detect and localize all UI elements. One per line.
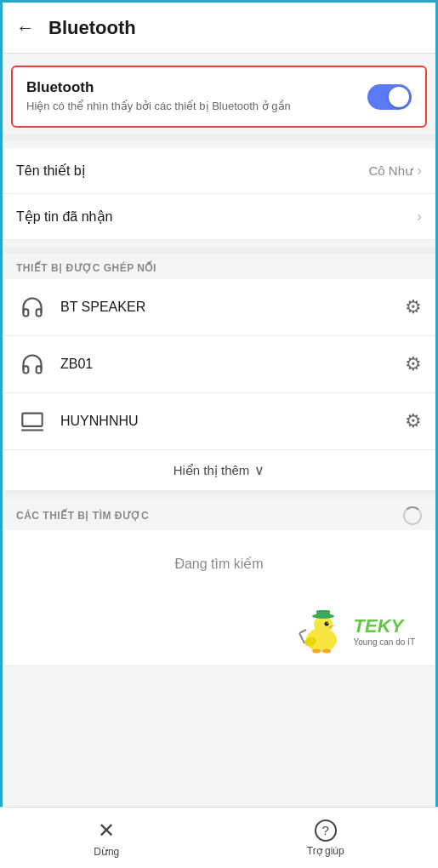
bluetooth-toggle-section: Bluetooth Hiện có thể nhìn thấy bởi các … [11,66,427,128]
svg-point-5 [324,622,328,626]
help-icon: ? [315,819,337,842]
bluetooth-toggle-description: Hiện có thể nhìn thấy bởi các thiết bị B… [26,99,291,114]
headphone-icon [16,291,48,323]
help-button[interactable]: ? Trợ giúp [307,819,344,857]
bluetooth-toggle-switch[interactable] [367,84,412,110]
chevron-right-icon: › [417,162,422,180]
settings-icon-bt-speaker[interactable]: ⚙ [405,296,422,318]
teky-logo: TEKY Young can do IT [298,608,415,654]
teky-text-block: TEKY Young can do IT [354,615,415,647]
show-more-button[interactable]: Hiển thị thêm ∨ [3,450,435,491]
device-name-bt-speaker: BT SPEAKER [60,300,405,315]
header: ← Bluetooth [3,3,435,54]
svg-rect-4 [316,610,330,618]
teky-duck-icon [298,608,349,654]
svg-line-12 [299,630,306,633]
searching-text: Đang tìm kiếm [3,530,435,597]
device-name-value: Cô Như [368,163,413,179]
chevron-right-icon-2: › [417,208,422,226]
device-name-huynhnhu: HUYNHNHU [60,414,405,429]
svg-point-9 [312,649,321,654]
available-devices-section: CÁC THIẾT BỊ TÌM ĐƯỢC Đang tìm kiếm [3,498,435,597]
laptop-icon [16,405,48,437]
teky-slogan: Young can do IT [354,637,415,647]
bottom-navigation: ✕ Dừng ? Trợ giúp [0,807,438,868]
headphone-icon-2 [16,348,48,380]
help-label: Trợ giúp [307,845,344,857]
paired-section-label: THIẾT BỊ ĐƯỢC GHÉP NỐI [3,254,435,279]
svg-rect-0 [22,414,42,426]
back-button[interactable]: ← [16,17,35,39]
received-files-right: › [417,208,422,226]
stop-label: Dừng [94,846,119,858]
available-section-label: CÁC THIẾT BỊ TÌM ĐƯỢC [16,510,149,522]
received-files-row[interactable]: Tệp tin đã nhận › [3,194,435,240]
stop-button[interactable]: ✕ Dừng [94,819,119,858]
settings-icon-huynhnhu[interactable]: ⚙ [405,410,422,432]
device-name-label: Tên thiết bị [16,163,85,179]
branding-section: TEKY Young can do IT [3,597,435,665]
device-name-row[interactable]: Tên thiết bị Cô Như › [3,148,435,194]
teky-brand-name: TEKY [354,615,404,637]
svg-point-6 [327,623,327,624]
stop-icon: ✕ [98,819,115,842]
svg-point-10 [322,649,331,654]
svg-line-11 [299,633,304,643]
available-section-header: CÁC THIẾT BỊ TÌM ĐƯỢC [3,498,435,530]
paired-devices-list: BT SPEAKER ⚙ ZB01 ⚙ HUYNHNHU ⚙ Hiển thị … [3,279,435,491]
show-more-label: Hiển thị thêm [173,463,250,478]
bluetooth-toggle-label: Bluetooth [26,79,291,96]
device-row: BT SPEAKER ⚙ [3,279,435,336]
device-row: HUYNHNHU ⚙ [3,393,435,450]
device-name-right: Cô Như › [368,162,422,180]
chevron-down-icon: ∨ [254,462,265,478]
loading-spinner [403,506,422,525]
settings-icon-zb01[interactable]: ⚙ [405,353,422,375]
received-files-label: Tệp tin đã nhận [16,208,112,225]
page-title: Bluetooth [48,17,136,39]
device-row: ZB01 ⚙ [3,336,435,393]
device-name-zb01: ZB01 [60,357,405,372]
